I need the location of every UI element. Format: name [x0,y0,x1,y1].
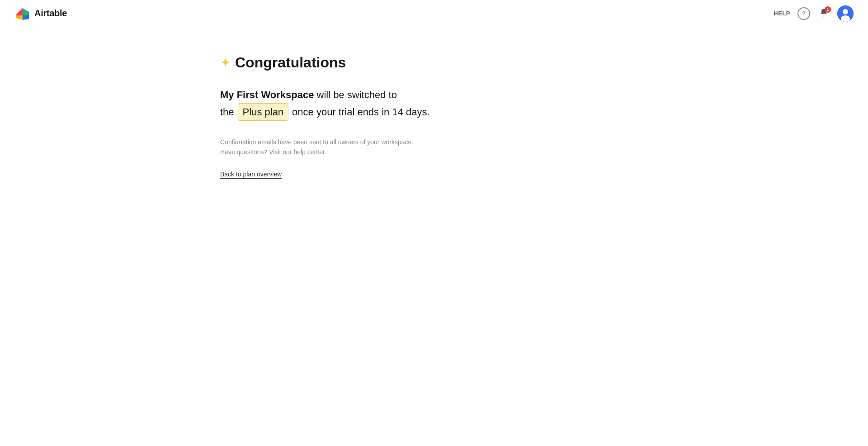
description-line1-suffix: will be switched to [314,89,396,100]
svg-marker-3 [23,15,29,20]
confirmation-section: Confirmation emails have been sent to al… [220,137,868,157]
help-label: HELP [774,10,790,17]
logo-area: Airtable [14,5,67,22]
confirmation-prefix: Have questions? [220,148,269,156]
header: Airtable HELP ? 1 [0,0,868,27]
notification-button[interactable]: 1 [817,7,830,20]
svg-marker-2 [16,15,23,20]
page-title-area: ✦ Congratulations [220,54,868,71]
svg-point-5 [843,9,848,14]
notification-badge: 1 [825,6,831,13]
plus-plan-badge: Plus plan [238,103,289,121]
description-block: My First Workspace will be switched to t… [220,87,868,121]
svg-marker-0 [16,8,23,15]
help-center-link[interactable]: Visit our help center [269,148,325,156]
avatar-button[interactable] [837,5,854,22]
back-to-plan-overview-link[interactable]: Back to plan overview [220,171,282,179]
svg-marker-1 [23,8,29,15]
page-title: Congratulations [235,54,346,71]
confirmation-text-line2: Have questions? Visit our help center. [220,147,868,157]
header-right: HELP ? 1 [774,5,854,22]
confirmation-text-line1: Confirmation emails have been sent to al… [220,137,868,147]
sparkle-icon: ✦ [220,57,231,69]
help-icon-button[interactable]: ? [797,7,810,20]
description-line2-suffix: once your trial ends in 14 days. [292,104,430,119]
description-line1: My First Workspace will be switched to [220,87,868,102]
description-line2-prefix: the [220,104,234,119]
logo-text: Airtable [34,8,67,19]
workspace-name: My First Workspace [220,89,314,100]
airtable-logo-icon [14,5,31,22]
confirmation-suffix: . [325,148,326,156]
main-content: ✦ Congratulations My First Workspace wil… [0,27,868,179]
description-line2: the Plus plan once your trial ends in 14… [220,103,868,121]
question-mark-icon: ? [802,10,806,17]
